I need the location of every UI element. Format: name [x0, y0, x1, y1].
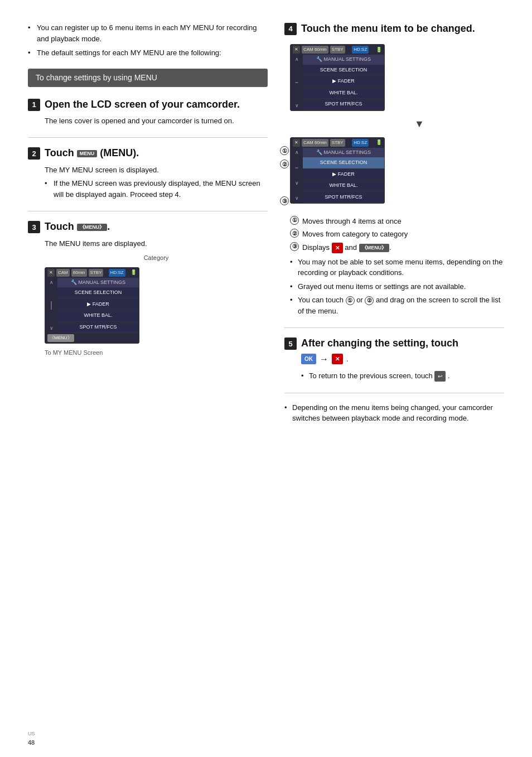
step-5-buttons: OK → ✕ . [301, 353, 458, 366]
step-3-body: The MENU items are displayed. Category ✕… [28, 238, 268, 358]
cam-menu-area: ∧ ═══ ∨ 🔧 MANUAL SETTINGS SCENE SELECTIO… [45, 278, 139, 334]
item-white-top: WHITE BAL. [303, 88, 384, 99]
cam-screen-step4-top: ✕ CAM 60min STBY HD:SZ 🔋 ∧ ═ ∨ [290, 44, 385, 111]
step-3-num: 3 [28, 221, 40, 233]
up-bot: ∧ [295, 150, 299, 155]
title-bot: 🔧 MANUAL SETTINGS [303, 148, 384, 158]
item-fader-top: ▶ FADER [303, 76, 384, 88]
cam-sidebar: ∧ ═══ ∨ [45, 278, 57, 334]
annotation-3: ③ Displays ✕ and 《MENU》. [290, 242, 504, 253]
arrow-right: → [320, 353, 328, 366]
menu-icon-small: 《MENU》 [77, 224, 108, 232]
step5-sub: To return to the previous screen, touch … [301, 370, 504, 382]
item-scene-bot: SCENE SELECTION [303, 157, 384, 169]
cam-vert-bar: ═══ [49, 301, 55, 310]
final-bullet-list: Depending on the menu items being change… [284, 402, 504, 424]
cam-badge-top: CAM 60min [302, 46, 328, 54]
down2-bot: ∨ [295, 196, 299, 201]
step-5-num: 5 [284, 337, 297, 350]
circle-1-inline: ① [346, 296, 355, 305]
title-top: 🔧 MANUAL SETTINGS [303, 55, 384, 65]
hd-badge-top: HD:SZ [352, 46, 369, 54]
battery-top: 🔋 [376, 46, 382, 54]
stby-badge-top: STBY [330, 46, 345, 54]
cam-badge-60min: 60min [71, 269, 87, 277]
cam-item-spot: SPOT MTR/FCS [57, 322, 139, 334]
step-2-num: 2 [28, 147, 40, 160]
step-2-block: 2 Touch MENU (MENU). The MY MENU screen … [28, 147, 268, 200]
item-scene-top: SCENE SELECTION [303, 65, 384, 76]
back-button: ↩ [434, 371, 446, 382]
x-button: ✕ [332, 354, 343, 364]
step-3-title: 3 Touch 《MENU》. [28, 220, 268, 233]
cam-area-bot: ∧ ═ ∨ ∨ 🔧 MANUAL SETTINGS SCENE SELECTIO… [291, 148, 384, 204]
cam-badge-x: ✕ [47, 269, 55, 277]
cam-bottom: 《MENU》 [45, 333, 139, 343]
cam-badge-cam: CAM [56, 269, 70, 277]
divider-1 [28, 137, 268, 138]
step-5-title: 5 After changing the setting, touch OK →… [284, 337, 504, 365]
bullet-2: The default settings for each MY MENU ar… [28, 47, 268, 59]
cam-down-btn: ∨ [50, 326, 54, 331]
step5-return: To return to the previous screen, touch … [301, 370, 504, 382]
cam-area-top: ∧ ═ ∨ 🔧 MANUAL SETTINGS SCENE SELECTION … [291, 55, 384, 110]
bar-bot: ═ [296, 165, 298, 171]
bullet-step4-1: You may not be able to set some menu ite… [290, 257, 504, 278]
bullet-1: You can register up to 6 menu items in e… [28, 22, 268, 44]
down-top: ∨ [295, 103, 299, 108]
divider-right-1 [284, 327, 504, 328]
section-header: To change settings by using MENU [28, 69, 268, 87]
down-bot: ∨ [295, 181, 299, 186]
cam-badge-stby: STBY [89, 269, 104, 277]
step-5-block: 5 After changing the setting, touch OK →… [284, 337, 504, 381]
cam-up-btn: ∧ [50, 280, 54, 285]
period: . [346, 354, 349, 365]
hd-badge-bot: HD:SZ [352, 139, 369, 147]
final-bullet: Depending on the menu items being change… [284, 402, 504, 424]
step-5-heading-area: After changing the setting, touch OK → ✕… [301, 337, 458, 365]
sidebar-top: ∧ ═ ∨ [291, 55, 303, 110]
cam-screen-step4-bottom: ✕ CAM 60min STBY HD:SZ 🔋 ∧ ═ ∨ [290, 137, 385, 204]
step-2-body: The MY MENU screen is displayed. If the … [28, 165, 268, 200]
cam-item-scene: SCENE SELECTION [57, 287, 139, 299]
panel-bot: 🔧 MANUAL SETTINGS SCENE SELECTION ▶ FADE… [303, 148, 384, 204]
bar-top: ═ [296, 80, 298, 86]
step-4-num: 4 [284, 23, 297, 35]
annotation-circle-1: ① [280, 145, 289, 156]
cam-item-fader: ▶ FADER [57, 299, 139, 311]
step-4-block: 4 Touch the menu item to be changed. ✕ C… [284, 22, 504, 316]
annotation-1: ① Moves through 4 items at once [290, 216, 504, 227]
circle-2-inline: ② [365, 296, 374, 305]
menu-button-icon: MENU [77, 150, 98, 158]
step4-bullets: You may not be able to set some menu ite… [290, 257, 504, 317]
item-fader-bot: ▶ FADER [303, 169, 384, 181]
up-top: ∧ [295, 57, 299, 62]
cam-topbar-top: ✕ CAM 60min STBY HD:SZ 🔋 [291, 45, 384, 55]
cam-screen-step3: ✕ CAM 60min STBY HD:SZ 🔋 ∧ ═══ [45, 267, 139, 344]
cam-menu-bottom-btn: 《MENU》 [47, 334, 74, 342]
cam-item-whiteb: WHITE BAL. [57, 310, 139, 322]
page-layout: You can register up to 6 menu items in e… [28, 22, 504, 427]
annotation-circle-2: ② [280, 158, 289, 170]
cam-topbar-bot: ✕ CAM 60min STBY HD:SZ 🔋 [291, 138, 384, 148]
close-badge-bot: ✕ [293, 139, 300, 147]
panel-top: 🔧 MANUAL SETTINGS SCENE SELECTION ▶ FADE… [303, 55, 384, 110]
step-2-subbullet: If the MENU screen was previously displa… [45, 178, 268, 200]
item-white-bot: WHITE BAL. [303, 180, 384, 192]
step-5-body: To return to the previous screen, touch … [284, 370, 504, 382]
step-1-body: The lens cover is opened and your camcor… [28, 115, 268, 127]
close-badge-top: ✕ [293, 46, 300, 54]
cam-screen-label: To MY MENU Screen [45, 348, 268, 358]
step-4-heading: Touch the menu item to be changed. [301, 22, 475, 35]
page-number: US 48 [28, 729, 35, 747]
left-column: You can register up to 6 menu items in e… [28, 22, 268, 427]
step-1-num: 1 [28, 99, 40, 111]
annotation-circle-3: ③ [280, 195, 289, 206]
stby-badge-bot: STBY [330, 139, 345, 147]
category-label: Category [45, 253, 268, 263]
sidebar-bot: ∧ ═ ∨ ∨ [291, 148, 303, 204]
right-column: 4 Touch the menu item to be changed. ✕ C… [284, 22, 504, 427]
x-icon-inline: ✕ [332, 243, 343, 253]
step-1-title: 1 Open the LCD screen of your camcorder. [28, 98, 268, 111]
step-4-title: 4 Touch the menu item to be changed. [284, 22, 504, 35]
